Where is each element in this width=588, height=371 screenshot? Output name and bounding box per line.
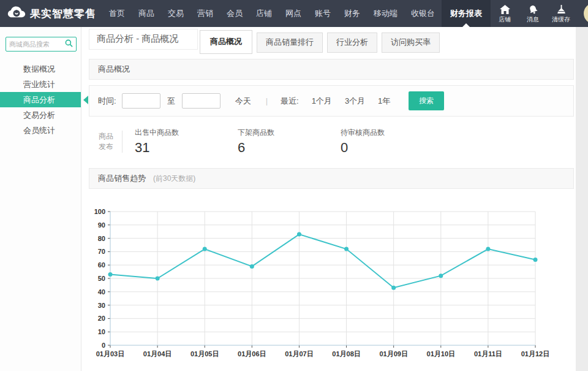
stat-on-sale-value: 31 bbox=[135, 140, 238, 156]
time-label: 时间: bbox=[98, 96, 116, 107]
range-1-year-link[interactable]: 1年 bbox=[378, 96, 390, 107]
svg-text:30: 30 bbox=[98, 302, 105, 309]
svg-text:10: 10 bbox=[98, 328, 105, 335]
nav-item-cashier[interactable]: 收银台 bbox=[404, 0, 442, 27]
nav-item-outlets[interactable]: 网点 bbox=[279, 0, 308, 27]
svg-text:70: 70 bbox=[98, 248, 105, 255]
overview-section-title: 商品概况 bbox=[98, 64, 130, 74]
message-icon bbox=[528, 5, 538, 14]
to-label: 至 bbox=[167, 96, 175, 107]
navbar-right: 店铺 消息 清缓存 bbox=[491, 0, 588, 27]
sidebar-item-product-analysis[interactable]: 商品分析 bbox=[0, 92, 81, 107]
svg-text:01月10日: 01月10日 bbox=[427, 350, 455, 358]
svg-text:100: 100 bbox=[94, 208, 105, 215]
recent-label: 最近: bbox=[281, 96, 299, 107]
product-stats-row: 商品 发布 出售中商品数 31 下架商品数 6 待审核商品数 0 bbox=[89, 124, 574, 163]
tab-product-overview[interactable]: 商品概况 bbox=[200, 30, 252, 54]
page-title: 商品分析 - 商品概况 bbox=[89, 29, 198, 50]
svg-text:01月08日: 01月08日 bbox=[332, 350, 360, 358]
stat-pending-review-label: 待审核商品数 bbox=[341, 128, 443, 138]
stat-on-sale: 出售中商品数 31 bbox=[135, 128, 238, 156]
svg-text:0: 0 bbox=[102, 342, 105, 349]
search-button[interactable]: 搜索 bbox=[409, 91, 444, 110]
clear-cache-quick-label: 清缓存 bbox=[552, 15, 570, 24]
main-nav: 首页 商品 交易 营销 会员 店铺 网点 账号 财务 移动端 收银台 财务报表 bbox=[102, 0, 491, 27]
svg-text:01月09日: 01月09日 bbox=[379, 350, 407, 358]
sidebar-search-box bbox=[6, 37, 77, 52]
stat-on-sale-label: 出售中商品数 bbox=[135, 128, 238, 138]
stat-pending-review: 待审核商品数 0 bbox=[341, 128, 443, 156]
stat-off-shelf: 下架商品数 6 bbox=[238, 128, 341, 156]
stat-off-shelf-label: 下架商品数 bbox=[238, 128, 341, 138]
sales-trend-chart: 010203040506070809010001月03日01月04日01月05日… bbox=[89, 204, 574, 361]
tab-visit-purchase-rate[interactable]: 访问购买率 bbox=[382, 33, 440, 53]
svg-text:50: 50 bbox=[98, 275, 105, 282]
stat-off-shelf-value: 6 bbox=[238, 140, 341, 156]
svg-text:80: 80 bbox=[98, 235, 105, 242]
brand[interactable]: 果实智慧零售 bbox=[0, 0, 100, 27]
main-content: 商品分析 - 商品概况 商品概况 商品销量排行 行业分析 访问购买率 商品概况 … bbox=[81, 27, 576, 371]
svg-text:01月05日: 01月05日 bbox=[190, 350, 219, 358]
svg-text:01月12日: 01月12日 bbox=[521, 350, 549, 358]
svg-text:01月03日: 01月03日 bbox=[96, 350, 124, 358]
stats-divider bbox=[122, 131, 123, 153]
svg-text:40: 40 bbox=[98, 288, 105, 296]
filter-divider: | bbox=[266, 96, 268, 105]
nav-item-finance[interactable]: 财务 bbox=[337, 0, 367, 27]
svg-text:01月11日: 01月11日 bbox=[474, 350, 502, 358]
tabs: 商品概况 商品销量排行 行业分析 访问购买率 bbox=[200, 33, 440, 54]
sidebar-search-input[interactable] bbox=[9, 40, 65, 48]
clear-cache-quick-action[interactable]: 清缓存 bbox=[547, 0, 575, 27]
sidebar-item-trade-analysis[interactable]: 交易分析 bbox=[0, 107, 81, 123]
overview-section-header: 商品概况 bbox=[89, 59, 574, 80]
store-quick-label: 店铺 bbox=[499, 15, 511, 24]
top-navbar: 果实智慧零售 首页 商品 交易 营销 会员 店铺 网点 账号 财务 移动端 收银… bbox=[0, 0, 588, 27]
tab-industry-analysis[interactable]: 行业分析 bbox=[327, 33, 377, 53]
tab-sales-ranking[interactable]: 商品销量排行 bbox=[257, 33, 323, 53]
store-quick-action[interactable]: 店铺 bbox=[491, 0, 519, 27]
sidebar-menu: 数据概况 营业统计 商品分析 交易分析 会员统计 bbox=[0, 61, 81, 138]
svg-text:90: 90 bbox=[98, 221, 105, 229]
vertical-scrollbar[interactable] bbox=[576, 27, 588, 371]
sidebar-item-member-stats[interactable]: 会员统计 bbox=[0, 123, 81, 138]
store-icon bbox=[500, 5, 510, 14]
range-1-month-link[interactable]: 1个月 bbox=[312, 96, 332, 107]
svg-text:01月04日: 01月04日 bbox=[143, 350, 172, 358]
range-3-month-link[interactable]: 3个月 bbox=[345, 96, 365, 107]
trend-section-subtitle: (前30天数据) bbox=[153, 174, 195, 183]
nav-item-accounts[interactable]: 账号 bbox=[308, 0, 337, 27]
sidebar-item-business-stats[interactable]: 营业统计 bbox=[0, 77, 81, 92]
svg-text:01月06日: 01月06日 bbox=[238, 350, 266, 358]
nav-item-mobile[interactable]: 移动端 bbox=[367, 0, 404, 27]
active-item-arrow-icon bbox=[83, 96, 88, 104]
message-quick-action[interactable]: 消息 bbox=[519, 0, 547, 27]
nav-item-trade[interactable]: 交易 bbox=[161, 0, 190, 27]
search-icon[interactable] bbox=[65, 39, 73, 50]
trend-section-header: 商品销售趋势(前30天数据) bbox=[89, 168, 574, 189]
nav-item-financial-reports[interactable]: 财务报表 bbox=[442, 0, 491, 27]
today-link[interactable]: 今天 bbox=[235, 96, 251, 107]
sidebar: 数据概况 营业统计 商品分析 交易分析 会员统计 bbox=[0, 27, 81, 371]
message-quick-label: 消息 bbox=[527, 15, 539, 24]
trend-section-title: 商品销售趋势 bbox=[98, 174, 146, 183]
nav-item-home[interactable]: 首页 bbox=[102, 0, 132, 27]
user-avatar[interactable] bbox=[584, 3, 588, 24]
svg-text:60: 60 bbox=[98, 261, 105, 269]
page-header: 商品分析 - 商品概况 商品概况 商品销量排行 行业分析 访问购买率 bbox=[89, 29, 574, 54]
time-filter-bar: 时间: 至 今天 | 最近: 1个月 3个月 1年 搜索 bbox=[89, 85, 574, 117]
active-nav-notch bbox=[462, 23, 470, 27]
svg-text:01月07日: 01月07日 bbox=[285, 350, 313, 358]
start-date-input[interactable] bbox=[122, 93, 160, 109]
stats-group-label: 商品 发布 bbox=[89, 131, 113, 152]
end-date-input[interactable] bbox=[182, 93, 221, 109]
clear-cache-icon bbox=[556, 5, 567, 14]
nav-item-marketing[interactable]: 营销 bbox=[190, 0, 220, 27]
nav-item-products[interactable]: 商品 bbox=[132, 0, 161, 27]
nav-item-members[interactable]: 会员 bbox=[220, 0, 249, 27]
svg-text:20: 20 bbox=[98, 315, 105, 322]
nav-item-store[interactable]: 店铺 bbox=[249, 0, 279, 27]
sidebar-item-data-overview[interactable]: 数据概况 bbox=[0, 61, 81, 77]
brand-name: 果实智慧零售 bbox=[30, 7, 96, 21]
cloud-logo-icon bbox=[7, 5, 26, 22]
line-chart-canvas: 010203040506070809010001月03日01月04日01月05日… bbox=[89, 204, 574, 361]
